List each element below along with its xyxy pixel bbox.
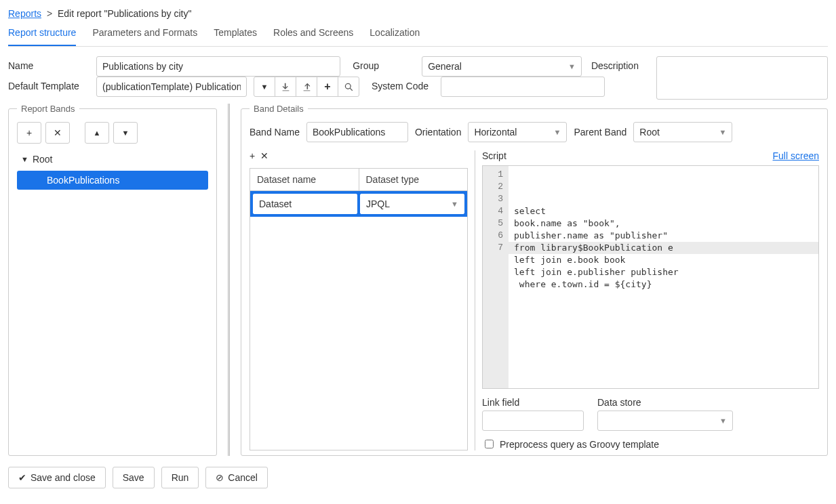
editor-code[interactable]: select book.name as "book", publisher.na… [509,166,818,388]
template-buttonset: ▼ + [254,77,359,97]
search-icon[interactable] [338,77,359,97]
data-store-select[interactable]: ▼ [597,411,733,431]
save-label: Save [123,472,144,483]
save-and-close-button[interactable]: ✔ Save and close [8,467,106,488]
orientation-label: Orientation [415,127,461,138]
save-and-close-label: Save and close [31,472,96,483]
link-field-input[interactable] [482,411,584,431]
group-label: Group [353,56,415,71]
system-code-input[interactable] [441,77,605,97]
group-select[interactable]: General ▼ [422,56,582,77]
band-name-input[interactable] [306,122,408,142]
breadcrumb-current: Edit report "Publications by city" [58,8,191,19]
script-label: Script [482,150,506,161]
dataset-name-cell-input[interactable] [253,194,357,214]
band-details-legend: Band Details [250,104,308,114]
chevron-down-icon: ▼ [568,62,576,70]
parent-band-label: Parent Band [574,127,626,138]
tabs: Report structure Parameters and Formats … [8,23,828,47]
add-icon[interactable]: + [317,77,338,97]
tree-item-bookpublications[interactable]: BookPublications [17,171,208,190]
report-bands-panel: Report Bands + ✕ ▲ ▼ ▼ Root BookPublicat… [8,104,217,456]
link-field-label: Link field [482,397,584,408]
name-label: Name [8,56,89,71]
description-textarea[interactable] [656,56,828,100]
system-code-label: System Code [372,77,434,91]
upload-icon[interactable] [296,77,317,97]
run-button[interactable]: Run [161,467,199,488]
chevron-down-icon: ▼ [719,417,727,425]
template-dropdown-button[interactable]: ▼ [254,77,275,97]
move-down-button[interactable]: ▼ [113,122,138,144]
vertical-divider[interactable] [228,104,230,456]
remove-dataset-button[interactable]: ✕ [260,150,268,161]
parent-band-select[interactable]: Root ▼ [633,122,732,142]
tab-parameters-formats[interactable]: Parameters and Formats [92,23,197,46]
full-screen-link[interactable]: Full screen [773,150,819,161]
report-bands-legend: Report Bands [17,104,79,114]
group-select-value: General [428,61,462,72]
dataset-table: Dataset name Dataset type JPQL ▼ [250,168,468,450]
add-band-button[interactable]: + [17,122,41,144]
name-input[interactable] [96,56,340,77]
dataset-name-header: Dataset name [250,169,359,190]
tab-roles-screens[interactable]: Roles and Screens [273,23,353,46]
default-template-input[interactable] [96,77,247,97]
dataset-type-value: JPQL [366,198,390,209]
chevron-down-icon: ▼ [451,200,458,208]
default-template-label: Default Template [8,77,89,91]
cancel-label: Cancel [228,472,258,483]
data-store-label: Data store [597,397,733,408]
run-label: Run [172,472,189,483]
cancel-button[interactable]: ⊘ Cancel [205,467,268,488]
dataset-type-cell-select[interactable]: JPQL ▼ [360,194,464,214]
band-name-label: Band Name [250,127,300,138]
parent-band-value: Root [639,127,660,138]
add-dataset-button[interactable]: + [250,150,255,161]
breadcrumb: Reports > Edit report "Publications by c… [8,8,828,19]
move-up-button[interactable]: ▲ [85,122,109,144]
script-editor[interactable]: 1 2 3 4 5 6 7 select book.name as "book"… [482,165,819,389]
dataset-type-header: Dataset type [359,169,468,190]
download-icon[interactable] [275,77,296,97]
cancel-icon: ⊘ [216,472,224,483]
chevron-down-icon: ▼ [719,128,726,136]
editor-gutter: 1 2 3 4 5 6 7 [483,166,509,388]
tree-root-node[interactable]: ▼ Root [17,150,208,168]
description-label: Description [591,56,650,71]
orientation-value: Horizontal [474,127,517,138]
breadcrumb-reports-link[interactable]: Reports [8,8,41,19]
tab-templates[interactable]: Templates [214,23,257,46]
preprocess-label: Preprocess query as Groovy template [500,439,659,450]
check-icon: ✔ [18,472,26,483]
remove-band-button[interactable]: ✕ [45,122,70,144]
triangle-down-icon: ▼ [21,155,28,163]
tree-root-label: Root [33,154,53,165]
tab-report-structure[interactable]: Report structure [8,23,76,46]
preprocess-checkbox[interactable] [485,440,494,448]
band-details-panel: Band Details Band Name Orientation Horiz… [241,104,828,456]
dataset-row[interactable]: JPQL ▼ [250,191,467,217]
save-button[interactable]: Save [113,467,155,488]
chevron-down-icon: ▼ [554,128,561,136]
tab-localization[interactable]: Localization [370,23,420,46]
bands-tree: ▼ Root BookPublications [17,150,208,190]
orientation-select[interactable]: Horizontal ▼ [468,122,567,142]
